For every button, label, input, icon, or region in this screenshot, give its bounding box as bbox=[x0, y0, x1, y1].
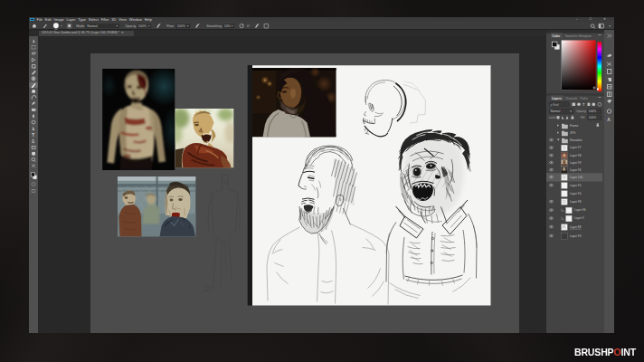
svg-text:Swatches: Swatches bbox=[565, 33, 578, 37]
svg-text:10%: 10% bbox=[224, 24, 232, 28]
svg-text:Lock:: Lock: bbox=[549, 116, 556, 119]
svg-text:Smoothing:: Smoothing: bbox=[206, 24, 223, 28]
svg-text:Layer 94: Layer 94 bbox=[570, 192, 582, 195]
svg-text:Fill:: Fill: bbox=[581, 116, 585, 119]
svg-text:Layer 93: Layer 93 bbox=[570, 234, 582, 238]
svg-text:A: A bbox=[607, 117, 611, 122]
svg-text:Mode:: Mode: bbox=[76, 24, 85, 28]
svg-text:Layer 95: Layer 95 bbox=[570, 184, 582, 187]
svg-text:Layer 100: Layer 100 bbox=[570, 176, 582, 179]
svg-text:100%: 100% bbox=[589, 116, 597, 119]
svg-text:0°: 0° bbox=[247, 24, 251, 28]
svg-text:Opacity:: Opacity: bbox=[125, 24, 137, 28]
svg-text:Flow:: Flow: bbox=[166, 24, 175, 28]
svg-text:ρ Kind: ρ Kind bbox=[551, 102, 559, 106]
svg-text:Layer 99: Layer 99 bbox=[570, 161, 582, 165]
svg-text:Color: Color bbox=[553, 33, 561, 37]
svg-text:100%: 100% bbox=[138, 24, 147, 28]
svg-text:Normal: Normal bbox=[551, 110, 561, 113]
svg-text:Layer 9: Layer 9 bbox=[574, 216, 584, 220]
svg-text:JPG: JPG bbox=[570, 131, 576, 135]
svg-text:Paths: Paths bbox=[581, 96, 589, 100]
svg-text:Frame: Frame bbox=[570, 124, 578, 128]
svg-text:Kharakter: Kharakter bbox=[570, 138, 583, 142]
svg-text:Layer 88: Layer 88 bbox=[570, 225, 582, 229]
svg-text:100%: 100% bbox=[177, 24, 186, 28]
svg-text:Channels: Channels bbox=[565, 96, 578, 100]
svg-text:Layer 98: Layer 98 bbox=[570, 154, 582, 157]
svg-text:Layers: Layers bbox=[552, 96, 562, 100]
svg-text:100%: 100% bbox=[589, 110, 597, 113]
svg-text:Histogram: Histogram bbox=[579, 33, 592, 37]
svg-text:Layer 98: Layer 98 bbox=[570, 200, 582, 204]
svg-text:T: T bbox=[582, 102, 585, 107]
svg-text:Opacity:: Opacity: bbox=[576, 110, 587, 113]
svg-text:Normal: Normal bbox=[87, 24, 98, 28]
svg-text:Layer 96: Layer 96 bbox=[570, 168, 582, 172]
svg-text:T: T bbox=[32, 133, 34, 138]
svg-text:Layer 97: Layer 97 bbox=[570, 146, 582, 149]
svg-text:Layer 96: Layer 96 bbox=[574, 208, 586, 212]
